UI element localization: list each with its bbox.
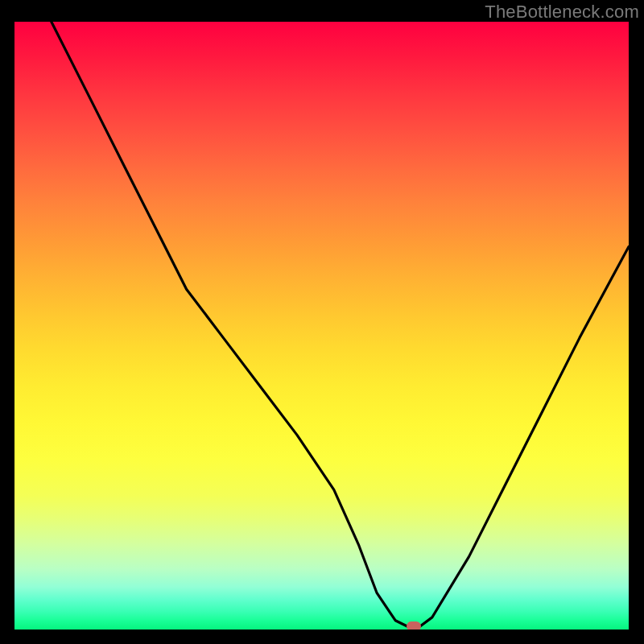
watermark-text: TheBottleneck.com [485, 2, 639, 23]
bottleneck-curve [14, 22, 629, 630]
plot-area [14, 22, 629, 630]
optimum-marker [407, 621, 421, 630]
chart-frame: TheBottleneck.com [0, 0, 644, 644]
curve-path [52, 22, 629, 626]
